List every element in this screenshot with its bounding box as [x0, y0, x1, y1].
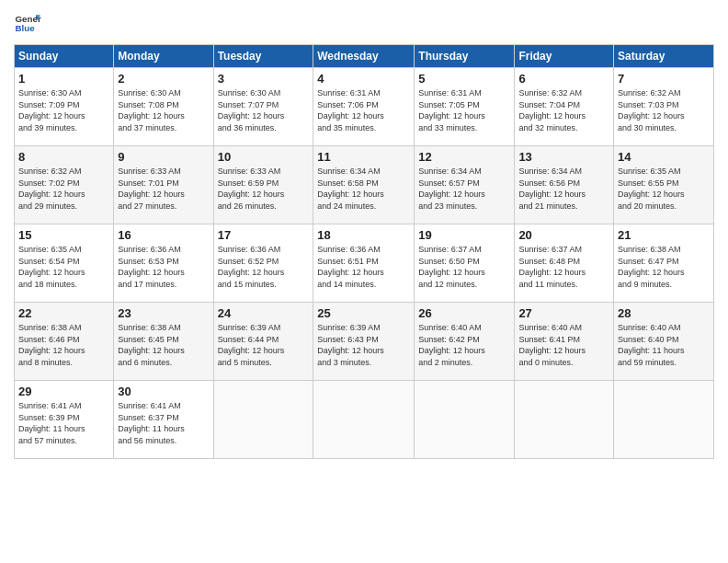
- day-info: Sunrise: 6:32 AM Sunset: 7:02 PM Dayligh…: [18, 166, 109, 212]
- day-info: Sunrise: 6:33 AM Sunset: 7:01 PM Dayligh…: [118, 166, 209, 212]
- day-number: 16: [118, 228, 209, 242]
- day-info: Sunrise: 6:31 AM Sunset: 7:06 PM Dayligh…: [317, 87, 410, 133]
- day-info: Sunrise: 6:36 AM Sunset: 6:53 PM Dayligh…: [118, 244, 209, 290]
- day-number: 19: [418, 228, 510, 242]
- day-info: Sunrise: 6:39 AM Sunset: 6:44 PM Dayligh…: [218, 322, 310, 368]
- day-info: Sunrise: 6:35 AM Sunset: 6:55 PM Dayligh…: [618, 166, 710, 212]
- day-number: 8: [18, 150, 109, 164]
- calendar-week-row: 22Sunrise: 6:38 AM Sunset: 6:46 PM Dayli…: [15, 303, 714, 381]
- day-number: 29: [18, 385, 109, 398]
- day-number: 9: [118, 150, 209, 164]
- calendar-cell: 5Sunrise: 6:31 AM Sunset: 7:05 PM Daylig…: [415, 68, 515, 146]
- day-info: Sunrise: 6:38 AM Sunset: 6:46 PM Dayligh…: [18, 322, 109, 368]
- calendar-cell: 27Sunrise: 6:40 AM Sunset: 6:41 PM Dayli…: [515, 303, 614, 381]
- calendar-cell: 17Sunrise: 6:36 AM Sunset: 6:52 PM Dayli…: [213, 224, 313, 303]
- weekday-header: Friday: [515, 45, 614, 68]
- day-info: Sunrise: 6:41 AM Sunset: 6:39 PM Dayligh…: [18, 400, 109, 446]
- day-number: 10: [218, 150, 310, 164]
- calendar-week-row: 8Sunrise: 6:32 AM Sunset: 7:02 PM Daylig…: [15, 146, 714, 224]
- calendar-cell: 21Sunrise: 6:38 AM Sunset: 6:47 PM Dayli…: [614, 224, 714, 303]
- day-info: Sunrise: 6:36 AM Sunset: 6:51 PM Dayligh…: [317, 244, 410, 290]
- calendar-cell: [313, 381, 415, 459]
- day-info: Sunrise: 6:37 AM Sunset: 6:48 PM Dayligh…: [518, 244, 609, 290]
- day-number: 18: [317, 228, 410, 242]
- logo-icon: General Blue: [14, 9, 41, 37]
- calendar-cell: 8Sunrise: 6:32 AM Sunset: 7:02 PM Daylig…: [15, 146, 114, 224]
- day-number: 6: [518, 72, 609, 86]
- day-info: Sunrise: 6:31 AM Sunset: 7:05 PM Dayligh…: [418, 87, 510, 133]
- calendar-cell: 12Sunrise: 6:34 AM Sunset: 6:57 PM Dayli…: [415, 146, 515, 224]
- calendar-cell: 6Sunrise: 6:32 AM Sunset: 7:04 PM Daylig…: [515, 68, 614, 146]
- calendar-week-row: 29Sunrise: 6:41 AM Sunset: 6:39 PM Dayli…: [15, 381, 714, 459]
- day-number: 13: [518, 150, 609, 164]
- day-info: Sunrise: 6:41 AM Sunset: 6:37 PM Dayligh…: [118, 400, 209, 446]
- calendar-cell: 24Sunrise: 6:39 AM Sunset: 6:44 PM Dayli…: [213, 303, 313, 381]
- day-number: 1: [18, 72, 109, 86]
- day-info: Sunrise: 6:30 AM Sunset: 7:08 PM Dayligh…: [118, 87, 209, 133]
- calendar-cell: 9Sunrise: 6:33 AM Sunset: 7:01 PM Daylig…: [114, 146, 213, 224]
- calendar-header-row: SundayMondayTuesdayWednesdayThursdayFrid…: [15, 45, 714, 68]
- calendar-cell: 20Sunrise: 6:37 AM Sunset: 6:48 PM Dayli…: [515, 224, 614, 303]
- day-number: 30: [118, 385, 209, 398]
- calendar-cell: 29Sunrise: 6:41 AM Sunset: 6:39 PM Dayli…: [15, 381, 114, 459]
- calendar-cell: 30Sunrise: 6:41 AM Sunset: 6:37 PM Dayli…: [114, 381, 213, 459]
- calendar-cell: 4Sunrise: 6:31 AM Sunset: 7:06 PM Daylig…: [313, 68, 415, 146]
- day-info: Sunrise: 6:40 AM Sunset: 6:40 PM Dayligh…: [618, 322, 710, 368]
- weekday-header: Tuesday: [213, 45, 313, 68]
- calendar-table: SundayMondayTuesdayWednesdayThursdayFrid…: [14, 44, 714, 459]
- calendar-cell: 23Sunrise: 6:38 AM Sunset: 6:45 PM Dayli…: [114, 303, 213, 381]
- day-info: Sunrise: 6:38 AM Sunset: 6:45 PM Dayligh…: [118, 322, 209, 368]
- day-number: 5: [418, 72, 510, 86]
- calendar-cell: 26Sunrise: 6:40 AM Sunset: 6:42 PM Dayli…: [415, 303, 515, 381]
- day-info: Sunrise: 6:34 AM Sunset: 6:58 PM Dayligh…: [317, 166, 410, 212]
- day-number: 25: [317, 306, 410, 320]
- calendar-cell: 7Sunrise: 6:32 AM Sunset: 7:03 PM Daylig…: [614, 68, 714, 146]
- day-info: Sunrise: 6:33 AM Sunset: 6:59 PM Dayligh…: [218, 166, 310, 212]
- calendar-cell: 19Sunrise: 6:37 AM Sunset: 6:50 PM Dayli…: [415, 224, 515, 303]
- day-number: 24: [218, 306, 310, 320]
- day-number: 4: [317, 72, 410, 86]
- calendar-cell: 2Sunrise: 6:30 AM Sunset: 7:08 PM Daylig…: [114, 68, 213, 146]
- day-number: 11: [317, 150, 410, 164]
- calendar-cell: 13Sunrise: 6:34 AM Sunset: 6:56 PM Dayli…: [515, 146, 614, 224]
- logo: General Blue: [14, 9, 41, 37]
- calendar-cell: 1Sunrise: 6:30 AM Sunset: 7:09 PM Daylig…: [15, 68, 114, 146]
- day-number: 12: [418, 150, 510, 164]
- day-number: 27: [518, 306, 609, 320]
- day-number: 21: [618, 228, 710, 242]
- day-info: Sunrise: 6:34 AM Sunset: 6:56 PM Dayligh…: [518, 166, 609, 212]
- calendar-cell: 22Sunrise: 6:38 AM Sunset: 6:46 PM Dayli…: [15, 303, 114, 381]
- day-info: Sunrise: 6:38 AM Sunset: 6:47 PM Dayligh…: [618, 244, 710, 290]
- calendar-cell: 10Sunrise: 6:33 AM Sunset: 6:59 PM Dayli…: [213, 146, 313, 224]
- calendar-cell: [415, 381, 515, 459]
- day-number: 14: [618, 150, 710, 164]
- day-number: 15: [18, 228, 109, 242]
- calendar-cell: 18Sunrise: 6:36 AM Sunset: 6:51 PM Dayli…: [313, 224, 415, 303]
- day-info: Sunrise: 6:34 AM Sunset: 6:57 PM Dayligh…: [418, 166, 510, 212]
- day-number: 26: [418, 306, 510, 320]
- day-number: 22: [18, 306, 109, 320]
- day-info: Sunrise: 6:32 AM Sunset: 7:04 PM Dayligh…: [518, 87, 609, 133]
- calendar-cell: 16Sunrise: 6:36 AM Sunset: 6:53 PM Dayli…: [114, 224, 213, 303]
- day-number: 28: [618, 306, 710, 320]
- calendar-cell: [515, 381, 614, 459]
- day-number: 3: [218, 72, 310, 86]
- day-info: Sunrise: 6:36 AM Sunset: 6:52 PM Dayligh…: [218, 244, 310, 290]
- weekday-header: Monday: [114, 45, 213, 68]
- day-info: Sunrise: 6:30 AM Sunset: 7:09 PM Dayligh…: [18, 87, 109, 133]
- calendar-cell: 15Sunrise: 6:35 AM Sunset: 6:54 PM Dayli…: [15, 224, 114, 303]
- calendar-cell: 25Sunrise: 6:39 AM Sunset: 6:43 PM Dayli…: [313, 303, 415, 381]
- weekday-header: Wednesday: [313, 45, 415, 68]
- day-info: Sunrise: 6:30 AM Sunset: 7:07 PM Dayligh…: [218, 87, 310, 133]
- calendar-cell: 28Sunrise: 6:40 AM Sunset: 6:40 PM Dayli…: [614, 303, 714, 381]
- day-info: Sunrise: 6:32 AM Sunset: 7:03 PM Dayligh…: [618, 87, 710, 133]
- svg-text:Blue: Blue: [16, 23, 36, 33]
- day-number: 17: [218, 228, 310, 242]
- calendar-week-row: 1Sunrise: 6:30 AM Sunset: 7:09 PM Daylig…: [15, 68, 714, 146]
- day-number: 2: [118, 72, 209, 86]
- day-info: Sunrise: 6:40 AM Sunset: 6:42 PM Dayligh…: [418, 322, 510, 368]
- calendar-cell: 11Sunrise: 6:34 AM Sunset: 6:58 PM Dayli…: [313, 146, 415, 224]
- day-number: 20: [518, 228, 609, 242]
- weekday-header: Thursday: [415, 45, 515, 68]
- day-info: Sunrise: 6:37 AM Sunset: 6:50 PM Dayligh…: [418, 244, 510, 290]
